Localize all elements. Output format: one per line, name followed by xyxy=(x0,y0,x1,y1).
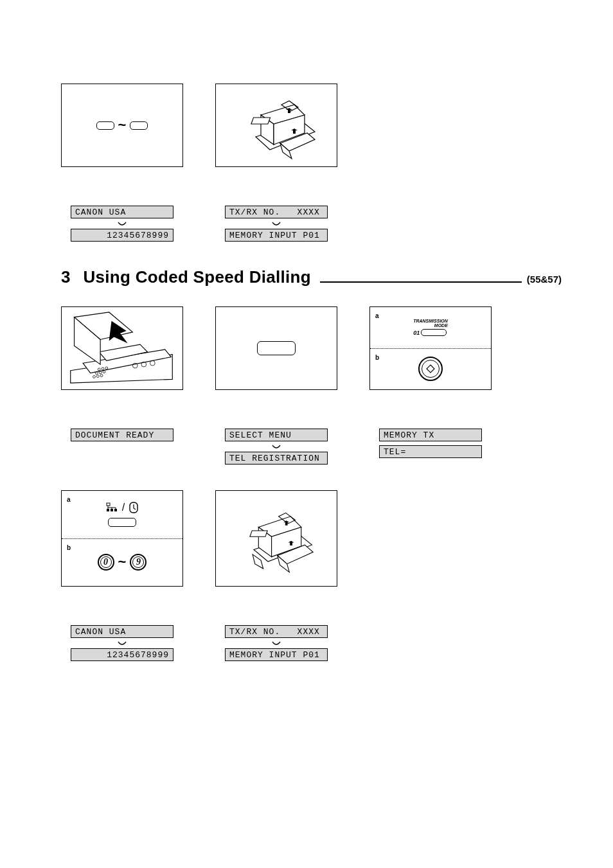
section3-row1-displays: DOCUMENT READY SELECT MENU TEL REGISTRAT… xyxy=(61,429,562,465)
section3-row2-displays: CANON USA 12345678999 TX/RX NO. XXXX MEM… xyxy=(61,625,562,661)
label-a: a xyxy=(375,312,379,319)
svg-rect-29 xyxy=(114,509,117,511)
fax-machine-icon xyxy=(225,500,328,577)
keycap-range-box: ~ xyxy=(61,84,183,167)
lcd-line: 12345678999 xyxy=(71,648,173,661)
lcd-line: TX/RX NO. XXXX xyxy=(225,625,328,638)
lcd-tel: TEL= xyxy=(379,445,482,458)
start-button-icon xyxy=(418,357,443,381)
svg-rect-26 xyxy=(107,503,110,506)
down-caret-icon xyxy=(225,441,328,452)
svg-rect-4 xyxy=(251,118,271,124)
section2-row-displays: CANON USA 12345678999 TX/RX NO. XXXX MEM… xyxy=(61,206,562,242)
heading-title: Using Coded Speed Dialling xyxy=(83,267,311,287)
lcd-pair-canon: CANON USA 12345678999 xyxy=(71,625,173,661)
lcd-line: TEL= xyxy=(379,445,482,458)
transmission-start-box: a TRANSMISSIONMODE 01 b xyxy=(369,306,492,390)
lcd-document-ready: DOCUMENT READY xyxy=(71,429,173,441)
fax-output-illustration xyxy=(215,84,337,167)
lcd-select-menu: SELECT MENU TEL REGISTRATION xyxy=(225,429,328,465)
section3-row2-illustrations: a xyxy=(61,490,562,587)
fax-feed-illustration xyxy=(61,306,183,390)
lcd-line: MEMORY TX xyxy=(379,429,482,441)
lcd-pair-txrx: TX/RX NO. XXXX MEMORY INPUT P01 xyxy=(225,625,328,661)
heading-number: 3 xyxy=(61,267,70,287)
tilde-icon: ~ xyxy=(118,117,127,134)
down-caret-icon xyxy=(225,218,328,229)
label-b: b xyxy=(375,354,379,361)
tm-code: 01 xyxy=(413,330,420,336)
lcd-line: DOCUMENT READY xyxy=(71,429,173,441)
lcd-line: TEL REGISTRATION xyxy=(225,452,328,465)
svg-rect-28 xyxy=(111,509,113,511)
svg-rect-39 xyxy=(250,531,267,536)
fax-output-illustration xyxy=(215,490,337,587)
label-a: a xyxy=(67,496,71,503)
heading-pageref: (55&57) xyxy=(527,274,562,285)
lcd-pair-txrx: TX/RX NO. XXXX MEMORY INPUT P01 xyxy=(225,206,328,242)
digit-9-icon: 9 xyxy=(130,554,147,571)
keycap-right-icon xyxy=(130,121,148,130)
section3-heading: 3 Using Coded Speed Dialling (55&57) xyxy=(61,267,562,287)
svg-rect-27 xyxy=(107,509,109,511)
lcd-line: MEMORY INPUT P01 xyxy=(225,648,328,661)
lcd-line: MEMORY INPUT P01 xyxy=(225,229,328,242)
down-caret-icon xyxy=(71,218,173,229)
section2-row-illustrations: ~ xyxy=(61,84,562,167)
down-caret-icon xyxy=(71,638,173,648)
redial-icon xyxy=(129,502,138,513)
transmission-mode-label: TRANSMISSIONMODE xyxy=(413,319,448,328)
label-b: b xyxy=(67,544,71,551)
lcd-line: SELECT MENU xyxy=(225,429,328,441)
lcd-pair-canon: CANON USA 12345678999 xyxy=(71,206,173,242)
keycap-icon xyxy=(257,341,296,355)
keycap-icon xyxy=(108,518,136,527)
keycap-box xyxy=(215,306,337,390)
fax-feed-icon xyxy=(66,311,177,385)
fax-machine-icon xyxy=(225,87,328,164)
keycap-icon xyxy=(421,329,447,336)
keycap-left-icon xyxy=(96,121,114,130)
lcd-line: 12345678999 xyxy=(71,229,173,242)
tilde-icon: ~ xyxy=(118,554,127,571)
heading-rule xyxy=(320,281,522,283)
svg-marker-25 xyxy=(427,365,434,373)
directory-icon xyxy=(106,502,118,513)
down-caret-icon xyxy=(225,638,328,648)
section3-row1-illustrations: a TRANSMISSIONMODE 01 b xyxy=(61,306,562,390)
lcd-line: CANON USA xyxy=(71,625,173,638)
lcd-line: TX/RX NO. XXXX xyxy=(225,206,328,218)
lcd-memory-tx: MEMORY TX xyxy=(379,429,482,441)
coded-dial-box: a xyxy=(61,490,183,587)
digit-0-icon: 0 xyxy=(98,554,114,571)
lcd-line: CANON USA xyxy=(71,206,173,218)
